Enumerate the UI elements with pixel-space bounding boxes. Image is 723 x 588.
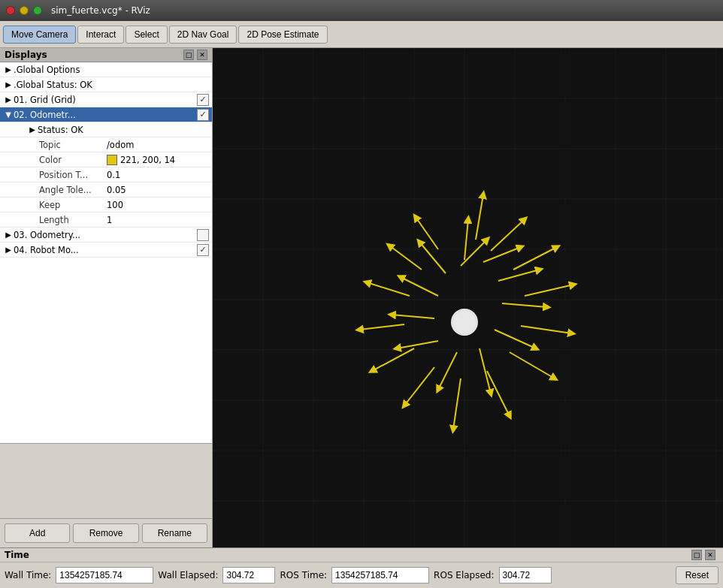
topic-value: /odom	[107, 140, 212, 150]
ros-elapsed-input[interactable]	[499, 567, 552, 583]
odom-topic-row: Topic /odom	[0, 137, 212, 152]
length-value: 1	[107, 215, 212, 225]
color-text: 221, 200, 14	[120, 155, 175, 165]
ros-time-input[interactable]	[331, 567, 429, 583]
color-key: Color	[39, 155, 107, 165]
statusbar-icons: □ ✕	[691, 550, 715, 560]
rename-button[interactable]: Rename	[142, 523, 207, 543]
reset-button[interactable]: Reset	[676, 566, 718, 584]
arrow-grid: ▶	[3, 95, 14, 104]
statusbar-expand-icon[interactable]: □	[691, 550, 702, 560]
move-camera-button[interactable]: Move Camera	[3, 26, 76, 44]
toolbar: Move Camera Interact Select 2D Nav Goal …	[0, 21, 723, 48]
label-robot: 04. Robot Mo...	[14, 245, 197, 255]
odom-status-row: ▶ Status: OK	[0, 122, 212, 137]
ros-time-label: ROS Time:	[280, 570, 327, 580]
wall-time-label: Wall Time:	[5, 570, 51, 580]
sidebar: Displays □ ✕ ▶ .Global Options ▶ .Global…	[0, 48, 213, 547]
sidebar-buttons: Add Remove Rename	[0, 518, 212, 547]
postol-value: 0.1	[107, 170, 212, 180]
arrow-odom: ▼	[3, 110, 14, 119]
wall-elapsed-label: Wall Elapsed:	[158, 570, 218, 580]
statusbar-close-icon[interactable]: ✕	[705, 550, 715, 560]
color-swatch	[107, 155, 117, 165]
statusbar: Time □ ✕ Wall Time: Wall Elapsed: ROS Ti…	[0, 547, 723, 588]
display-tree: ▶ .Global Options ▶ .Global Status: OK ▶…	[0, 62, 212, 443]
2d-pose-estimate-button[interactable]: 2D Pose Estimate	[238, 26, 327, 44]
label-global-status: .Global Status: OK	[14, 80, 212, 90]
tree-item-odom2[interactable]: ▶ 03. Odometry...	[0, 228, 212, 243]
odom-status-label: Status: OK	[38, 125, 83, 135]
odom-keep-row: Keep 100	[0, 198, 212, 213]
remove-button[interactable]: Remove	[73, 523, 138, 543]
arrow-global-status: ▶	[3, 80, 14, 89]
arrow-odom2: ▶	[3, 231, 14, 239]
odom-color-row: Color 221, 200, 14	[0, 152, 212, 167]
odom-postol-row: Position T... 0.1	[0, 167, 212, 182]
expand-icon[interactable]: □	[183, 50, 194, 60]
checkbox-odom2[interactable]	[197, 229, 209, 241]
label-odom2: 03. Odometry...	[14, 230, 197, 240]
titlebar: sim_fuerte.vcg* - RViz	[0, 0, 723, 21]
tree-item-global-options[interactable]: ▶ .Global Options	[0, 62, 212, 77]
label-grid: 01. Grid (Grid)	[14, 95, 197, 105]
displays-title: Displays	[5, 50, 47, 60]
close-panel-icon[interactable]: ✕	[197, 50, 207, 60]
grid-svg	[213, 48, 723, 547]
tree-item-global-status[interactable]: ▶ .Global Status: OK	[0, 77, 212, 92]
postol-key: Position T...	[39, 170, 107, 180]
angtol-value: 0.05	[107, 185, 212, 195]
main-area: Displays □ ✕ ▶ .Global Options ▶ .Global…	[0, 48, 723, 588]
sidebar-bottom-panel	[0, 443, 212, 518]
2d-nav-goal-button[interactable]: 2D Nav Goal	[169, 26, 237, 44]
odom-length-row: Length 1	[0, 213, 212, 228]
time-title: Time □ ✕	[0, 548, 723, 562]
angtol-key: Angle Tole...	[39, 185, 107, 195]
checkbox-odom[interactable]	[197, 109, 209, 121]
tree-item-grid[interactable]: ▶ 01. Grid (Grid)	[0, 92, 212, 107]
keep-key: Keep	[39, 200, 107, 210]
wall-time-input[interactable]	[56, 567, 153, 583]
ros-elapsed-label: ROS Elapsed:	[434, 570, 494, 580]
label-global-options: .Global Options	[14, 65, 212, 75]
checkbox-grid[interactable]	[197, 94, 209, 106]
length-key: Length	[39, 215, 107, 225]
wall-elapsed-input[interactable]	[222, 567, 275, 583]
odom-angtol-row: Angle Tole... 0.05	[0, 182, 212, 198]
keep-value: 100	[107, 200, 212, 210]
robot-marker	[451, 309, 478, 336]
svg-rect-0	[213, 48, 723, 547]
tree-item-robot[interactable]: ▶ 04. Robot Mo...	[0, 243, 212, 258]
statusbar-row: Wall Time: Wall Elapsed: ROS Time: ROS E…	[0, 562, 723, 588]
displays-header-icons: □ ✕	[183, 50, 207, 60]
minimize-button[interactable]	[20, 6, 29, 15]
checkbox-robot[interactable]	[197, 244, 209, 256]
window-title: sim_fuerte.vcg* - RViz	[51, 5, 150, 16]
label-odom: 02. Odometr...	[14, 110, 197, 120]
arrow-robot: ▶	[3, 246, 14, 254]
close-button[interactable]	[6, 6, 15, 15]
arrow-odom-status: ▶	[27, 125, 38, 134]
tree-item-odom[interactable]: ▼ 02. Odometr...	[0, 107, 212, 122]
topic-key: Topic	[39, 140, 107, 150]
maximize-button[interactable]	[33, 6, 42, 15]
color-value[interactable]: 221, 200, 14	[107, 155, 212, 165]
displays-header: Displays □ ✕	[0, 48, 212, 62]
content-row: Displays □ ✕ ▶ .Global Options ▶ .Global…	[0, 48, 723, 547]
3d-viewport[interactable]	[213, 48, 723, 547]
arrow-global-options: ▶	[3, 65, 14, 74]
interact-button[interactable]: Interact	[77, 26, 124, 44]
select-button[interactable]: Select	[126, 26, 167, 44]
add-button[interactable]: Add	[5, 523, 70, 543]
